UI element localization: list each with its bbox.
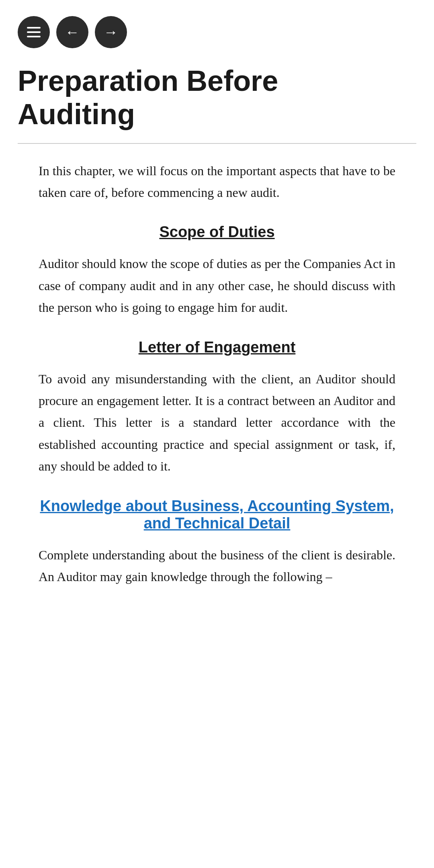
arrow-left-icon <box>65 24 80 41</box>
arrow-right-icon <box>104 24 118 41</box>
back-button[interactable] <box>56 16 88 48</box>
letter-of-engagement-text: To avoid any misunderstanding with the c… <box>39 368 395 477</box>
forward-button[interactable] <box>95 16 127 48</box>
section-letter-of-engagement: Letter of Engagement To avoid any misund… <box>39 339 395 477</box>
page-title: Preparation Before Auditing <box>0 56 434 139</box>
menu-button[interactable] <box>18 16 50 48</box>
section-scope-of-duties: Scope of Duties Auditor should know the … <box>39 223 395 318</box>
top-navigation <box>0 0 434 56</box>
intro-paragraph: In this chapter, we will focus on the im… <box>39 160 395 204</box>
main-content: In this chapter, we will focus on the im… <box>0 156 434 624</box>
section-knowledge-about-business: Knowledge about Business, Accounting Sys… <box>39 497 395 588</box>
hamburger-icon <box>27 27 41 37</box>
knowledge-heading: Knowledge about Business, Accounting Sys… <box>39 497 395 532</box>
scope-of-duties-text: Auditor should know the scope of duties … <box>39 253 395 318</box>
letter-of-engagement-heading: Letter of Engagement <box>39 339 395 356</box>
knowledge-text: Complete understanding about the busines… <box>39 544 395 588</box>
title-divider <box>18 143 416 144</box>
scope-of-duties-heading: Scope of Duties <box>39 223 395 241</box>
